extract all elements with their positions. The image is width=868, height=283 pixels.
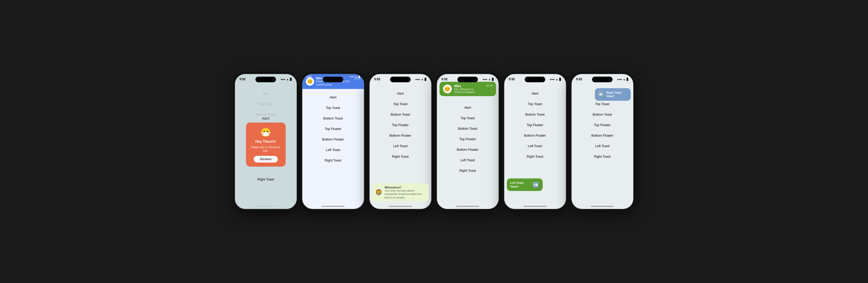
battery-icon-1: ▊: [290, 78, 292, 81]
toast-title: Whooohoo!!: [385, 186, 426, 189]
alert-emoji: 😷: [260, 127, 271, 137]
menu-right-toast-3[interactable]: Right Toast: [370, 151, 431, 162]
dynamic-island-1: [255, 77, 276, 82]
right-toast: ⬅️ Right Toast View!!: [595, 88, 631, 101]
time-3: 5:52: [374, 78, 380, 81]
menu-alert-3[interactable]: Alert: [370, 88, 431, 99]
signal-icon-3: ●●●: [415, 78, 420, 81]
menu-bottom-toast-2[interactable]: Bottom Toast: [302, 113, 364, 123]
home-indicator-4: [456, 206, 479, 207]
battery-icon-5: ▊: [559, 78, 561, 81]
menu-top-toast-4[interactable]: Top Toast: [437, 113, 499, 123]
green-notif-time: 10:10: [486, 84, 492, 87]
green-notif-name: Mike: [454, 84, 484, 88]
wifi-icon-5: ▲: [556, 78, 558, 81]
menu-left-toast-2[interactable]: Left Toast: [302, 145, 364, 155]
alert-subtitle: Please click on dismiss to hide.: [250, 146, 282, 153]
dynamic-island-6: [592, 77, 613, 82]
menu-alert-2[interactable]: Alert: [302, 92, 364, 103]
status-icons-1: ●●● ▲ ▊: [281, 78, 292, 81]
menu-list-2: Alert Top Toast Bottom Toast Top Floater…: [302, 92, 364, 166]
home-indicator-5: [524, 206, 547, 207]
right-toast-label-1: Right Toast: [235, 177, 297, 181]
menu-right-toast-2[interactable]: Right Toast: [302, 155, 364, 166]
right-toast-text: Right Toast View!!: [607, 91, 628, 98]
wifi-icon-3: ▲: [421, 78, 424, 81]
dismiss-button[interactable]: Dismiss: [254, 156, 278, 163]
status-icons-5: ●●● ▲ ▊: [550, 78, 561, 81]
green-notif-avatar: 😊: [443, 85, 452, 93]
menu-left-toast-4[interactable]: Left Toast: [437, 155, 499, 165]
menu-top-floater-6[interactable]: Top Floater: [571, 120, 633, 130]
menu-right-toast-4[interactable]: Right Toast: [437, 165, 499, 176]
menu-alert-4[interactable]: Alert: [437, 102, 499, 113]
wifi-icon-4: ▲: [488, 78, 491, 81]
phone-6: 5:52 ●●● ▲ ▊ Alert Top Toast Bottom Toas…: [571, 74, 634, 209]
time-4: 5:52: [441, 78, 448, 81]
phone-3: 5:52 ●●● ▲ ▊ Alert Top Toast Bottom Toas…: [369, 74, 432, 209]
left-toast: Left Toast View!! ➡️: [507, 178, 542, 191]
alert-overlay: Alert 😷 Hey There!!! Please click on dis…: [235, 74, 297, 209]
menu-top-toast-5[interactable]: Top Toast: [504, 99, 566, 109]
menu-bottom-floater-2[interactable]: Bottom Floater: [302, 134, 364, 145]
menu-list-3: Alert Top Toast Bottom Toast Top Floater…: [370, 88, 431, 162]
left-toast-text: Left Toast View!!: [510, 181, 530, 189]
signal-icon-1: ●●●: [281, 78, 285, 81]
dynamic-island-4: [458, 77, 478, 82]
wifi-icon-6: ▲: [623, 78, 626, 81]
menu-top-toast-3[interactable]: Top Toast: [370, 99, 431, 109]
signal-icon-4: ●●●: [483, 78, 487, 81]
phone-1: 5:52 ●●● ▲ ▊ Alert Top Toast Bottom Toas…: [235, 74, 297, 209]
menu-top-floater-3[interactable]: Top Floater: [370, 120, 431, 130]
menu-right-toast-5[interactable]: Right Toast: [504, 151, 566, 162]
menu-bottom-toast-6[interactable]: Bottom Toast: [571, 109, 633, 120]
menu-bottom-floater-6[interactable]: Bottom Floater: [571, 130, 633, 141]
time-5: 5:52: [509, 78, 515, 81]
green-notif-body: Hey, Welcome to Simform Solutions: [454, 88, 484, 93]
wifi-2: ▲: [355, 75, 358, 78]
toast-emoji: 🦁: [375, 189, 382, 196]
menu-top-toast-2[interactable]: Top Toast: [302, 103, 364, 113]
menu-top-floater-4[interactable]: Top Floater: [437, 134, 499, 144]
menu-left-toast-5[interactable]: Left Toast: [504, 141, 566, 151]
menu-bottom-floater-4[interactable]: Bottom Floater: [437, 144, 499, 155]
status-icons-6: ●●● ▲ ▊: [617, 78, 628, 81]
time-1: 5:52: [240, 78, 246, 81]
menu-alert-5[interactable]: Alert: [504, 88, 566, 99]
bottom-toast: 🦁 Whooohoo!! Your order has been placed …: [372, 183, 429, 202]
signal-icon-6: ●●●: [617, 78, 622, 81]
dynamic-island-5: [525, 77, 545, 82]
alert-title: Hey There!!!: [255, 139, 276, 144]
phone-2: 😊 Mike Great things never come from comf…: [302, 74, 365, 209]
menu-top-floater-5[interactable]: Top Floater: [504, 120, 566, 130]
dynamic-island-2: [323, 77, 343, 82]
status-icons-3: ●●● ▲ ▊: [415, 78, 427, 81]
phone-5: 5:52 ●●● ▲ ▊ Alert Top Toast Bottom Toas…: [504, 74, 566, 209]
menu-top-floater-2[interactable]: Top Floater: [302, 123, 364, 134]
home-indicator-2: [321, 206, 344, 207]
wifi-icon-1: ▲: [286, 78, 289, 81]
alert-box: 😷 Hey There!!! Please click on dismiss t…: [246, 122, 286, 167]
menu-right-toast-6[interactable]: Right Toast: [571, 151, 633, 162]
menu-left-toast-3[interactable]: Left Toast: [370, 141, 431, 151]
menu-left-toast-6[interactable]: Left Toast: [571, 141, 633, 151]
menu-bottom-toast-5[interactable]: Bottom Toast: [504, 109, 566, 120]
menu-bottom-toast-3[interactable]: Bottom Toast: [370, 109, 431, 120]
home-indicator-6: [591, 206, 614, 207]
phone-4: 5:52 ●●● ▲ ▊ 😊 Mike Hey, Welcome to Simf…: [436, 74, 499, 209]
time-2: 5:52: [306, 75, 312, 78]
menu-bottom-floater-3[interactable]: Bottom Floater: [370, 130, 431, 141]
battery-icon-4: ▊: [492, 78, 494, 81]
home-indicator-3: [389, 206, 412, 207]
menu-bottom-floater-5[interactable]: Bottom Floater: [504, 130, 566, 141]
signal-icon-5: ●●●: [550, 78, 554, 81]
menu-list-4: Alert Top Toast Bottom Toast Top Floater…: [437, 102, 499, 176]
battery-icon-6: ▊: [627, 78, 629, 81]
time-6: 5:52: [576, 78, 582, 81]
status-icons-4: ●●● ▲ ▊: [483, 78, 494, 81]
dynamic-island-3: [390, 77, 410, 82]
phones-container: 5:52 ●●● ▲ ▊ Alert Top Toast Bottom Toas…: [235, 74, 634, 209]
menu-bottom-toast-4[interactable]: Bottom Toast: [437, 123, 499, 134]
toast-content: Whooohoo!! Your order has been placed su…: [385, 186, 426, 199]
signal-2: ●●●: [350, 75, 354, 78]
